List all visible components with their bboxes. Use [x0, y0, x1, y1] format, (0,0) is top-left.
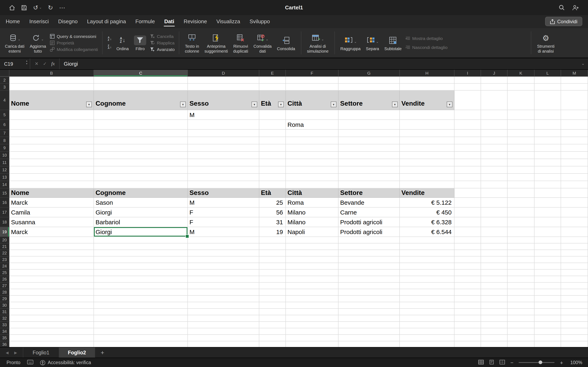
cell-C12[interactable]: [94, 166, 188, 174]
cell-D16[interactable]: M: [188, 198, 259, 208]
cell-I14[interactable]: [454, 181, 481, 188]
row-header-36[interactable]: 36: [0, 341, 9, 347]
cell-I15[interactable]: [454, 188, 481, 198]
cell-C33[interactable]: [94, 322, 188, 328]
cell-L19[interactable]: [535, 227, 561, 237]
cell-H13[interactable]: [400, 174, 454, 181]
name-box-stepper[interactable]: ▲ ▼: [26, 59, 28, 65]
cell-G29[interactable]: [338, 296, 400, 302]
cell-I23[interactable]: [454, 257, 481, 263]
cell-M24[interactable]: [561, 263, 588, 269]
cell-F29[interactable]: [286, 296, 338, 302]
column-header-G[interactable]: G: [338, 70, 400, 76]
cell-H34[interactable]: [400, 328, 454, 335]
cell-K23[interactable]: [508, 257, 535, 263]
filter-button[interactable]: Filtro: [132, 34, 148, 52]
cell-F22[interactable]: [286, 250, 338, 257]
cell-I18[interactable]: [454, 217, 481, 227]
cell-I35[interactable]: [454, 335, 481, 341]
normal-view-icon[interactable]: [478, 360, 484, 365]
cell-H26[interactable]: [400, 276, 454, 283]
cell-M31[interactable]: [561, 309, 588, 315]
row-header-9[interactable]: 9: [0, 144, 9, 152]
cell-F16[interactable]: Roma: [286, 198, 338, 208]
cell-D33[interactable]: [188, 322, 259, 328]
cell-J31[interactable]: [481, 309, 508, 315]
filter-dropdown-button-G4[interactable]: ▾: [392, 101, 398, 107]
cell-D6[interactable]: [188, 120, 259, 130]
cell-M11[interactable]: [561, 159, 588, 166]
filter-dropdown-button-F4[interactable]: ▾: [331, 101, 337, 107]
cell-B16[interactable]: Marck: [9, 198, 94, 208]
formula-input[interactable]: Giorgi: [60, 58, 588, 69]
select-all-corner[interactable]: [0, 70, 9, 76]
cell-L16[interactable]: [535, 198, 561, 208]
cell-F20[interactable]: [286, 237, 338, 243]
cell-M22[interactable]: [561, 250, 588, 257]
cell-J18[interactable]: [481, 217, 508, 227]
row-header-26[interactable]: 26: [0, 276, 9, 283]
cell-D5[interactable]: M: [188, 110, 259, 120]
cell-E28[interactable]: [259, 289, 286, 296]
cell-C10[interactable]: [94, 152, 188, 159]
row-header-28[interactable]: 28: [0, 289, 9, 296]
cell-I26[interactable]: [454, 276, 481, 283]
cell-K14[interactable]: [508, 181, 535, 188]
cell-L7[interactable]: [535, 130, 561, 137]
cell-B35[interactable]: [9, 335, 94, 341]
cell-F36[interactable]: [286, 341, 338, 347]
cell-K36[interactable]: [508, 341, 535, 347]
cell-C4[interactable]: Cognome▾: [94, 91, 188, 110]
cell-G30[interactable]: [338, 302, 400, 309]
cell-F34[interactable]: [286, 328, 338, 335]
cell-E22[interactable]: [259, 250, 286, 257]
cell-K5[interactable]: [508, 110, 535, 120]
cell-M9[interactable]: [561, 144, 588, 152]
ungroup-button[interactable]: ⌄ Separa: [364, 34, 381, 52]
home-icon[interactable]: [9, 5, 15, 10]
cell-M17[interactable]: [561, 208, 588, 217]
cell-I31[interactable]: [454, 309, 481, 315]
cell-I16[interactable]: [454, 198, 481, 208]
cell-J28[interactable]: [481, 289, 508, 296]
cell-M8[interactable]: [561, 137, 588, 144]
column-header-D[interactable]: D: [188, 70, 259, 76]
cell-K33[interactable]: [508, 322, 535, 328]
cell-M36[interactable]: [561, 341, 588, 347]
cell-H19[interactable]: € 6.544: [400, 227, 454, 237]
cell-G24[interactable]: [338, 263, 400, 269]
cell-K28[interactable]: [508, 289, 535, 296]
cell-B18[interactable]: Susanna: [9, 217, 94, 227]
sort-button[interactable]: AZ ↓ Ordina: [115, 34, 130, 52]
cell-H17[interactable]: € 450: [400, 208, 454, 217]
cell-J20[interactable]: [481, 237, 508, 243]
cell-M32[interactable]: [561, 315, 588, 322]
cell-D9[interactable]: [188, 144, 259, 152]
cell-M26[interactable]: [561, 276, 588, 283]
cell-D13[interactable]: [188, 174, 259, 181]
column-header-E[interactable]: E: [259, 70, 286, 76]
cell-E7[interactable]: [259, 130, 286, 137]
cell-G11[interactable]: [338, 159, 400, 166]
cell-L28[interactable]: [535, 289, 561, 296]
cell-J22[interactable]: [481, 250, 508, 257]
cell-J12[interactable]: [481, 166, 508, 174]
cell-G4[interactable]: Settore▾: [338, 91, 400, 110]
cell-E17[interactable]: 56: [259, 208, 286, 217]
cell-L29[interactable]: [535, 296, 561, 302]
cell-B8[interactable]: [9, 137, 94, 144]
cell-K19[interactable]: [508, 227, 535, 237]
cell-K21[interactable]: [508, 243, 535, 250]
cell-H8[interactable]: [400, 137, 454, 144]
cell-K2[interactable]: [508, 77, 535, 83]
cell-D31[interactable]: [188, 309, 259, 315]
cell-G19[interactable]: Prodotti agricoli: [338, 227, 400, 237]
cell-G31[interactable]: [338, 309, 400, 315]
cell-J36[interactable]: [481, 341, 508, 347]
zoom-in-icon[interactable]: +: [560, 359, 563, 366]
advanced-filter-button[interactable]: Avanzato: [150, 47, 174, 52]
cell-J13[interactable]: [481, 174, 508, 181]
row-header-17[interactable]: 17: [0, 208, 9, 217]
cell-J4[interactable]: [481, 91, 508, 110]
cell-L9[interactable]: [535, 144, 561, 152]
